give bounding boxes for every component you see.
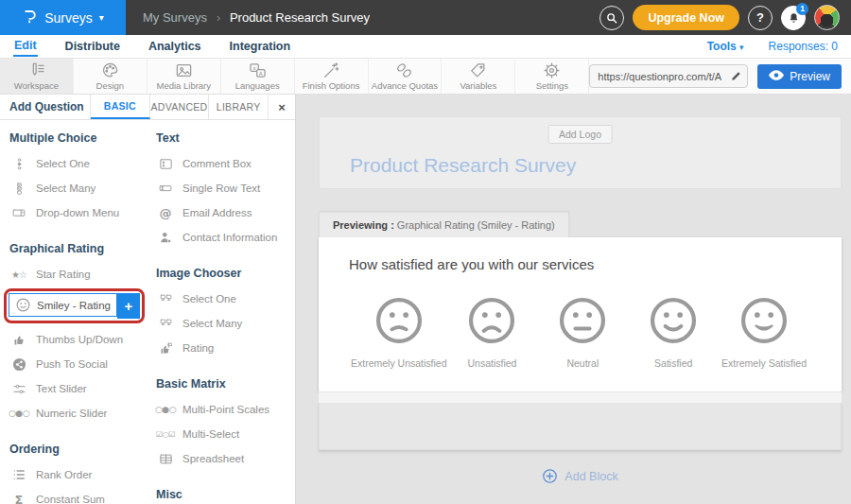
breadcrumb-my-surveys[interactable]: My Surveys bbox=[143, 10, 207, 25]
design-palette-icon bbox=[101, 61, 119, 79]
add-logo-button[interactable]: Add Logo bbox=[547, 125, 613, 144]
question-type-push-to-social[interactable]: Push To Social bbox=[9, 352, 148, 376]
close-panel-icon[interactable]: × bbox=[269, 95, 295, 119]
question-type-multi-point-scales[interactable]: ○●○ Multi-Point Scales bbox=[156, 397, 295, 422]
survey-title[interactable]: Product Research Survey bbox=[350, 154, 576, 177]
question-text: How satisfied are you with our services bbox=[319, 256, 842, 272]
question-type-comment-box[interactable]: Comment Box bbox=[156, 151, 295, 176]
toolbar-item-media-library[interactable]: Media Library bbox=[148, 59, 221, 94]
survey-canvas: Add Logo Product Research Survey Preview… bbox=[296, 95, 851, 504]
settings-gear-icon bbox=[543, 61, 561, 79]
preview-button[interactable]: Preview bbox=[757, 64, 842, 89]
question-type-image-select-many[interactable]: Select Many bbox=[156, 311, 295, 336]
question-type-email-address[interactable]: @ Email Address bbox=[156, 200, 295, 225]
smiley-option-satisfied[interactable]: Satisfied bbox=[628, 295, 719, 369]
question-type-star-rating[interactable]: ★☆ Star Rating bbox=[9, 262, 148, 287]
smiley-option-extremely-satisfied[interactable]: Extremely Satisfied bbox=[719, 295, 809, 369]
survey-header-card: Add Logo Product Research Survey bbox=[319, 116, 842, 189]
question-type-thumbs-up-down[interactable]: Thumbs Up/Down bbox=[9, 327, 148, 352]
surveys-product-menu[interactable]: Surveys ▾ bbox=[0, 0, 126, 35]
question-type-smiley-rating[interactable]: Smiley - Rating bbox=[9, 293, 117, 317]
tab-distribute[interactable]: Distribute bbox=[64, 38, 121, 56]
tab-basic[interactable]: BASIC bbox=[91, 95, 150, 119]
question-type-dropdown-menu[interactable]: Drop-down Menu bbox=[9, 200, 148, 225]
topbar-actions: Upgrade Now ? 1 bbox=[599, 5, 851, 30]
media-library-icon bbox=[175, 61, 193, 79]
section-heading: Graphical Rating bbox=[9, 242, 148, 255]
smiley-icon bbox=[13, 297, 32, 313]
thumbs-up-icon bbox=[9, 333, 28, 347]
svg-text:x: x bbox=[252, 64, 256, 71]
previewing-tab: Previewing : Graphical Rating (Smiley - … bbox=[319, 212, 569, 237]
breadcrumb-separator: › bbox=[217, 11, 220, 25]
add-smiley-question-button[interactable]: + bbox=[117, 293, 140, 319]
tab-edit[interactable]: Edit bbox=[13, 37, 38, 57]
tab-analytics[interactable]: Analytics bbox=[148, 38, 202, 56]
question-type-rank-order[interactable]: Rank Order bbox=[9, 462, 148, 487]
question-type-select-many[interactable]: Select Many bbox=[9, 176, 148, 200]
toolbar-item-finish-options[interactable]: Finish Options bbox=[295, 59, 369, 94]
smiley-face-icon bbox=[557, 295, 608, 346]
help-button[interactable]: ? bbox=[748, 6, 773, 30]
upgrade-now-button[interactable]: Upgrade Now bbox=[633, 5, 739, 30]
survey-section-nav: Edit Distribute Analytics Integration To… bbox=[0, 35, 851, 59]
add-question-panel: Add Question BASIC ADVANCED LIBRARY × Mu… bbox=[0, 95, 296, 504]
tab-advanced[interactable]: ADVANCED bbox=[150, 95, 210, 119]
image-select-icon bbox=[156, 318, 175, 330]
question-type-single-row-text[interactable]: Single Row Text bbox=[156, 176, 295, 200]
smiley-face-icon bbox=[466, 295, 517, 346]
add-block-button[interactable]: Add Block bbox=[319, 468, 842, 484]
tab-integration[interactable]: Integration bbox=[229, 38, 292, 56]
text-slider-icon bbox=[9, 382, 28, 396]
survey-url-input[interactable] bbox=[589, 64, 748, 88]
notification-count-badge: 1 bbox=[796, 3, 808, 15]
single-row-text-icon bbox=[156, 182, 175, 195]
search-button[interactable] bbox=[599, 6, 624, 30]
question-types-column-2: Text Comment Box Single Row Text @ Email… bbox=[156, 131, 295, 504]
tab-library[interactable]: LIBRARY bbox=[209, 95, 269, 119]
toolbar-item-languages[interactable]: xA Languages bbox=[221, 59, 295, 94]
breadcrumb-current-survey: Product Research Survey bbox=[230, 10, 370, 25]
toolbar-item-variables[interactable]: Variables bbox=[442, 59, 515, 94]
question-type-spreadsheet[interactable]: Spreadsheet bbox=[156, 446, 295, 471]
section-heading: Ordering bbox=[9, 443, 148, 456]
question-type-multi-select[interactable]: ☑○☑ Multi-Select bbox=[156, 422, 295, 446]
question-type-image-select-one[interactable]: Select One bbox=[156, 287, 295, 311]
smiley-option-unsatisfied[interactable]: Unsatisfied bbox=[447, 295, 538, 369]
previewing-label: Previewing : bbox=[333, 219, 394, 231]
smiley-option-neutral[interactable]: Neutral bbox=[537, 295, 628, 369]
toolbar-item-settings[interactable]: Settings bbox=[515, 59, 589, 94]
question-type-contact-information[interactable]: Contact Information bbox=[156, 225, 295, 250]
previewing-value: Graphical Rating (Smiley - Rating) bbox=[394, 219, 555, 231]
tools-dropdown[interactable]: Tools ▾ bbox=[707, 40, 744, 53]
question-preview-card: How satisfied are you with our services … bbox=[319, 237, 842, 391]
responses-count[interactable]: Responses: 0 bbox=[769, 40, 838, 53]
smiley-face-icon bbox=[373, 295, 425, 346]
at-sign-icon: @ bbox=[156, 206, 175, 220]
multi-select-icon: ☑○☑ bbox=[156, 430, 175, 439]
breadcrumb: My Surveys › Product Research Survey bbox=[143, 10, 370, 25]
user-avatar[interactable] bbox=[814, 5, 840, 30]
chevron-down-icon: ▾ bbox=[99, 12, 104, 23]
question-type-constant-sum[interactable]: Σ Constant Sum bbox=[9, 487, 148, 504]
spreadsheet-grid-icon bbox=[156, 452, 175, 466]
question-mark-icon: ? bbox=[756, 10, 764, 25]
question-type-image-rating[interactable]: Rating bbox=[156, 336, 295, 360]
toolbar-item-advance-quotas[interactable]: Advance Quotas bbox=[369, 59, 443, 94]
edit-url-pencil-icon[interactable] bbox=[730, 69, 742, 86]
plus-circle-icon bbox=[542, 468, 558, 484]
smiley-option-extremely-unsatisfied[interactable]: Extremely Unsatisfied bbox=[351, 295, 447, 369]
notifications-button[interactable]: 1 bbox=[781, 6, 806, 30]
product-name: Surveys bbox=[44, 10, 93, 26]
question-type-select-one[interactable]: Select One bbox=[9, 151, 148, 176]
toolbar-item-workspace[interactable]: Workspace bbox=[0, 59, 74, 94]
toolbar-item-design[interactable]: Design bbox=[74, 59, 148, 94]
questionpro-logo-icon bbox=[22, 6, 38, 30]
workspace-icon bbox=[27, 61, 45, 79]
contact-person-icon bbox=[156, 231, 175, 245]
question-type-text-slider[interactable]: Text Slider bbox=[9, 376, 148, 401]
smiley-scale: Extremely Unsatisfied Unsatisfied Neutra… bbox=[319, 272, 842, 369]
question-types-column-1: Multiple Choice Select One Select Many D… bbox=[9, 131, 148, 504]
add-question-title: Add Question bbox=[0, 95, 91, 119]
question-type-numeric-slider[interactable]: ○●○ Numeric Slider bbox=[9, 401, 148, 426]
